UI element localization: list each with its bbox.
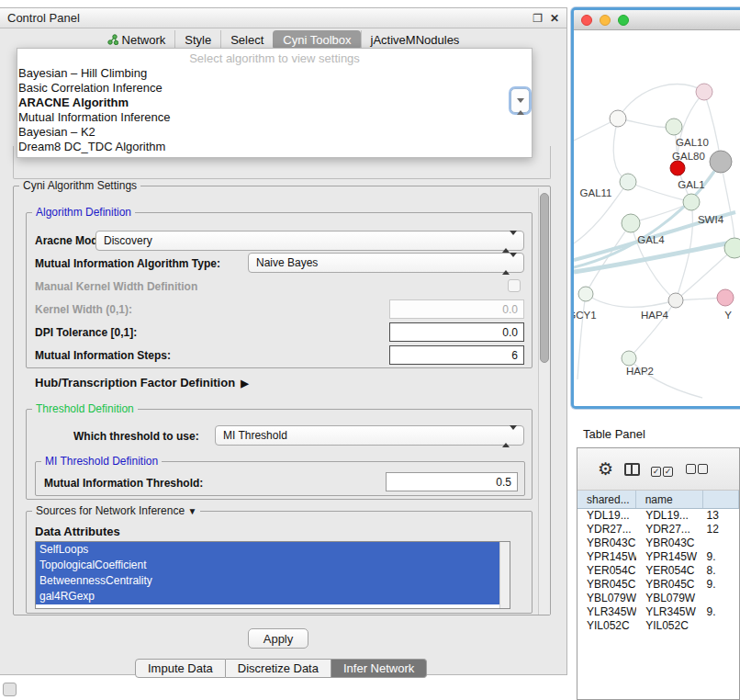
network-node[interactable] — [670, 161, 685, 175]
dpi-tolerance-label: DPI Tolerance [0,1]: — [35, 326, 137, 339]
mi-steps-field[interactable]: 6 — [389, 345, 524, 365]
select-all-columns-icon[interactable]: ✓✓ — [651, 461, 675, 478]
mi-steps-label: Mutual Information Steps: — [35, 349, 171, 362]
kernel-width-field[interactable]: 0.0 — [389, 299, 524, 319]
columns-icon[interactable] — [624, 463, 640, 476]
network-node[interactable] — [710, 151, 732, 173]
sources-group-toggle[interactable]: Sources for Network Inference ▼ — [32, 504, 200, 517]
network-node-label: GAL4 — [637, 234, 665, 245]
network-node[interactable] — [622, 214, 640, 232]
table-cell — [704, 619, 739, 633]
data-attributes-list[interactable]: SelfLoopsTopologicalCoefficientBetweenne… — [35, 541, 510, 609]
which-threshold-combo[interactable]: MI Threshold — [215, 425, 524, 446]
kernel-width-value: 0.0 — [502, 303, 518, 316]
table-cell: 8. — [704, 564, 739, 578]
panel-grip-icon[interactable] — [3, 683, 17, 696]
combo-arrows-icon — [502, 235, 517, 248]
attribute-list-item[interactable]: SelfLoops — [36, 542, 500, 558]
deselect-all-columns-icon[interactable] — [686, 461, 710, 478]
table-cell: 9. — [704, 605, 739, 619]
network-edge[interactable] — [613, 119, 628, 182]
attribute-list-item[interactable]: TopologicalCoefficient — [36, 558, 500, 573]
network-node[interactable] — [717, 289, 734, 306]
network-graph[interactable]: GAL80GAL10GAL11GAL1SWI4GAL4GCY1HAP4HAP2Y — [574, 30, 740, 406]
close-traffic-light-icon[interactable] — [581, 15, 592, 26]
tab-select[interactable]: Select — [220, 30, 273, 50]
network-edge[interactable] — [721, 162, 734, 248]
hub-section-toggle[interactable]: Hub/Transcription Factor Definition▶ — [35, 376, 249, 390]
hub-section-label: Hub/Transcription Factor Definition — [35, 376, 235, 390]
bottom-tab-impute-data[interactable]: Impute Data — [135, 659, 226, 678]
table-row[interactable]: YDL19...YDL19...13 — [577, 509, 739, 523]
tab-style[interactable]: Style — [174, 30, 220, 50]
network-node[interactable] — [578, 287, 593, 301]
table-cell: YBR045C — [577, 578, 636, 592]
table-cell: YBL079W — [577, 592, 636, 605]
network-node[interactable] — [666, 119, 682, 135]
mi-threshold-group-title: MI Threshold Definition — [41, 455, 162, 468]
settings-scrollbar[interactable] — [538, 188, 550, 615]
apply-button[interactable]: Apply — [248, 628, 308, 649]
algorithm-option[interactable]: Basic Correlation Inference — [17, 81, 532, 96]
network-node[interactable] — [620, 174, 636, 190]
algorithm-combo-button[interactable] — [510, 88, 530, 113]
aracne-mode-combo[interactable]: Discovery — [95, 231, 524, 251]
mi-type-combo[interactable]: Naive Bayes — [248, 253, 524, 273]
attribute-list-item[interactable]: gal4RGexp — [36, 589, 500, 604]
algorithm-option[interactable]: ARACNE Algorithm — [17, 96, 532, 110]
table-cell: 12 — [704, 523, 739, 536]
minimize-traffic-light-icon[interactable] — [600, 15, 611, 26]
table-row[interactable]: YBR045CYBR045C9. — [577, 578, 739, 592]
network-node[interactable] — [610, 110, 626, 127]
network-edge[interactable] — [629, 358, 702, 398]
tab-jactivemnodules[interactable]: jActiveMNodules — [361, 30, 469, 50]
network-node[interactable] — [724, 238, 740, 258]
mi-threshold-field[interactable]: 0.5 — [386, 472, 518, 491]
table-row[interactable]: YLR345WYLR345W9. — [577, 605, 739, 619]
network-node[interactable] — [622, 351, 636, 366]
tab-network[interactable]: Network — [98, 30, 175, 50]
settings-scrollbar-thumb[interactable] — [540, 193, 549, 363]
kernel-width-label: Kernel Width (0,1): — [35, 303, 132, 316]
tab-cyni-toolbox[interactable]: Cyni Toolbox — [273, 30, 360, 50]
zoom-traffic-light-icon[interactable] — [618, 15, 629, 26]
network-edge[interactable] — [618, 85, 704, 119]
network-node[interactable] — [696, 84, 712, 100]
algorithm-option[interactable]: Mutual Information Inference — [17, 110, 532, 125]
table-row[interactable]: YBL079WYBL079W — [577, 592, 739, 605]
network-edge[interactable] — [586, 294, 676, 307]
table-column-header[interactable]: name — [636, 491, 704, 508]
network-node[interactable] — [683, 194, 700, 210]
float-icon[interactable]: ❐ — [533, 12, 543, 25]
algorithm-option[interactable]: Bayesian – Hill Climbing — [17, 66, 532, 81]
dpi-tolerance-field[interactable]: 0.0 — [389, 322, 524, 342]
table-row[interactable]: YER054CYER054C8. — [577, 564, 739, 578]
algorithm-option[interactable]: Bayesian – K2 — [17, 125, 532, 140]
table-column-header[interactable]: shared... — [577, 491, 636, 508]
bottom-tab-infer-network[interactable]: Infer Network — [331, 659, 427, 678]
table-row[interactable]: YDR27...YDR27...12 — [577, 523, 739, 536]
tab-label: Network — [122, 33, 166, 47]
network-edge[interactable] — [586, 223, 631, 294]
table-cell: YDR27... — [636, 523, 704, 536]
mi-threshold-label: Mutual Information Threshold: — [44, 477, 203, 490]
close-icon[interactable]: ✕ — [550, 12, 559, 25]
table-row[interactable]: YIL052CYIL052C — [577, 619, 739, 633]
attribute-list-item[interactable]: BetweennessCentrality — [36, 573, 500, 589]
algorithm-placeholder: Select algorithm to view settings — [17, 51, 532, 66]
gear-icon[interactable]: ⚙ — [598, 460, 613, 478]
algorithm-option[interactable]: Dream8 DC_TDC Algorithm — [17, 140, 532, 154]
network-edge[interactable] — [577, 294, 586, 379]
table-row[interactable]: YPR145WYPR145W9. — [577, 550, 739, 564]
dpi-tolerance-value: 0.0 — [502, 326, 518, 339]
network-node[interactable] — [668, 293, 683, 308]
tab-label: jActiveMNodules — [371, 33, 460, 47]
table-row[interactable]: YBR043CYBR043C — [577, 536, 739, 550]
bottom-tab-discretize-data[interactable]: Discretize Data — [226, 659, 331, 678]
which-threshold-value: MI Threshold — [223, 429, 287, 442]
manual-kernel-checkbox[interactable] — [508, 279, 521, 292]
network-canvas[interactable]: GAL80GAL10GAL11GAL1SWI4GAL4GCY1HAP4HAP2Y — [574, 30, 740, 406]
table-column-header[interactable] — [703, 491, 739, 508]
attr-list-scrollbar[interactable] — [499, 542, 510, 608]
network-edge[interactable] — [574, 242, 735, 272]
